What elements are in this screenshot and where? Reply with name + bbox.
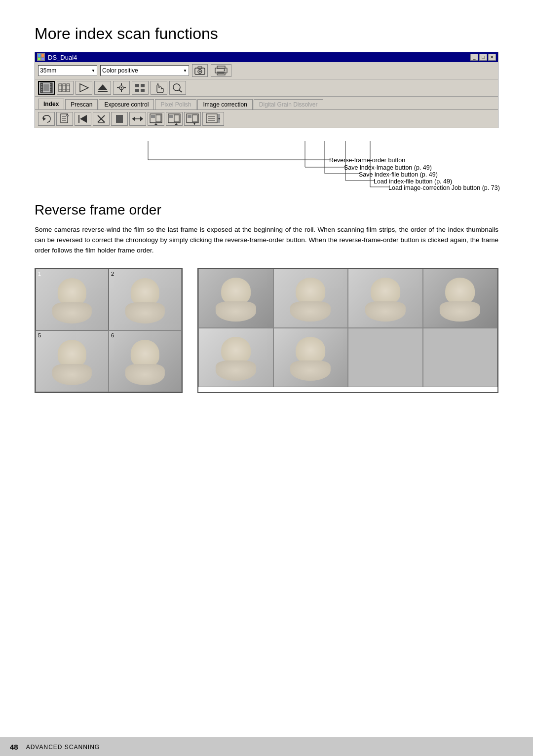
minimize-button[interactable]: _: [470, 54, 478, 61]
svg-rect-17: [41, 84, 42, 85]
callout-label-5: Load image-correction Job button (p. 73): [388, 184, 500, 191]
film-type-select[interactable]: 35mm ▼: [38, 65, 97, 76]
svg-point-13: [224, 70, 226, 71]
multiframe-icon-btn[interactable]: [57, 81, 74, 95]
svg-marker-71: [154, 124, 157, 125]
svg-rect-47: [141, 89, 145, 92]
window-title-text: DS_Dual4: [48, 54, 77, 61]
tab-pixelpolish[interactable]: Pixel Polish: [155, 99, 196, 109]
window-titlebar: DS_Dual4 _ □ ✕: [35, 52, 498, 62]
grid-cell-5: 5: [36, 330, 109, 392]
crop-btn[interactable]: [111, 112, 128, 126]
color-type-value: Color positive: [102, 67, 138, 74]
svg-rect-25: [43, 84, 49, 91]
callout-label-3: Save index-file button (p. 49): [359, 171, 438, 178]
svg-rect-62: [116, 115, 123, 123]
footer-page-number: 48: [10, 743, 18, 751]
save-index-file-btn[interactable]: [166, 112, 183, 126]
after-cell-3: 3: [423, 269, 498, 328]
hand-icon-btn[interactable]: [151, 81, 167, 95]
svg-rect-20: [41, 91, 42, 92]
callout-label-4: Load index-file button (p. 49): [374, 178, 452, 185]
color-type-select[interactable]: Color positive ▼: [100, 65, 189, 76]
tab-row: Index Prescan Exposure control Pixel Pol…: [35, 97, 498, 110]
body-text: Some cameras reverse-wind the film so th…: [35, 225, 498, 256]
svg-rect-45: [141, 84, 145, 87]
tab-graindissolver[interactable]: Digital Grain Dissolver: [254, 99, 323, 109]
eject-icon-btn[interactable]: [94, 81, 111, 95]
scanner-window: DS_Dual4 _ □ ✕ 35mm ▼ Color positive ▼: [35, 52, 498, 128]
zoom-icon-btn[interactable]: [169, 81, 186, 95]
camera-icon-btn[interactable]: [192, 64, 208, 77]
svg-rect-74: [174, 115, 179, 122]
cell-label-2: 2: [111, 271, 114, 277]
settings-icon-btn[interactable]: [113, 81, 130, 95]
image-comparison-area: 1 2 5 6: [35, 268, 498, 393]
printer-icon-btn[interactable]: [211, 64, 231, 77]
callout-label-2: Save index-image button (p. 49): [344, 164, 432, 171]
after-cell-1: 1: [273, 328, 348, 387]
svg-marker-64: [132, 116, 135, 121]
svg-rect-46: [135, 89, 139, 92]
svg-rect-37: [98, 91, 108, 92]
svg-rect-3: [41, 58, 44, 60]
tab-imagecorrection[interactable]: Image correction: [197, 99, 252, 109]
svg-rect-23: [51, 89, 52, 90]
svg-point-6: [199, 71, 201, 72]
svg-rect-21: [51, 84, 52, 85]
after-cell-4: 4: [348, 269, 423, 328]
after-cell-empty-2: [423, 328, 498, 387]
restore-button[interactable]: □: [479, 54, 487, 61]
callout-label-1: Reverse-frame-order button: [329, 157, 405, 164]
preview-icon-btn[interactable]: [76, 81, 92, 95]
svg-marker-51: [43, 117, 46, 121]
undo-btn[interactable]: [38, 112, 55, 126]
window-app-icon: [37, 53, 45, 61]
svg-rect-68: [156, 115, 161, 122]
svg-marker-83: [193, 123, 196, 124]
grid-cell-2: 2: [109, 269, 182, 330]
tab-prescan[interactable]: Prescan: [65, 99, 98, 109]
section-heading: Reverse frame order: [35, 202, 498, 218]
filmstrip-icon-btn[interactable]: [38, 81, 55, 95]
cell-label-1: 1: [38, 271, 41, 277]
svg-rect-22: [51, 86, 52, 88]
svg-rect-24: [51, 91, 52, 92]
swap-btn[interactable]: [129, 112, 146, 126]
svg-marker-36: [98, 84, 108, 90]
load-index-file-btn[interactable]: [184, 112, 201, 126]
svg-line-50: [179, 90, 182, 92]
after-cell-empty-1: [348, 328, 423, 387]
load-job-btn[interactable]: [202, 112, 224, 126]
close-button[interactable]: ✕: [488, 54, 496, 61]
callout-section: Reverse-frame-order button Save index-im…: [35, 140, 498, 194]
before-grid: 1 2 5 6: [35, 268, 183, 393]
after-cell-2: 2: [198, 328, 273, 387]
cell-label-6: 6: [111, 332, 114, 338]
svg-rect-28: [67, 84, 70, 92]
grid2x2-icon-btn[interactable]: [132, 81, 149, 95]
film-type-arrow: ▼: [91, 69, 95, 73]
footer-section-title: Advanced Scanning: [26, 743, 100, 751]
after-cell-5: 5: [273, 269, 348, 328]
film-type-value: 35mm: [40, 67, 56, 74]
svg-rect-80: [192, 115, 197, 122]
svg-rect-2: [38, 58, 40, 60]
save-index-image-btn[interactable]: [148, 112, 164, 126]
svg-rect-79: [188, 115, 191, 118]
grid-cell-1: 1: [36, 269, 109, 330]
tab-exposure[interactable]: Exposure control: [99, 99, 154, 109]
page-footer: 48 Advanced Scanning: [0, 737, 533, 756]
svg-rect-73: [169, 115, 173, 118]
reverse-frame-order-btn[interactable]: [75, 112, 91, 126]
window-title-left: DS_Dual4: [37, 53, 77, 61]
page-title: More index scan functions: [35, 25, 498, 43]
document-btn[interactable]: [56, 112, 73, 126]
svg-rect-44: [135, 84, 139, 87]
clear-btn[interactable]: [93, 112, 110, 126]
svg-marker-65: [140, 116, 143, 121]
svg-point-49: [173, 84, 180, 91]
after-grid: 6 5 4 3 2: [197, 268, 498, 393]
bottom-toolbar: [35, 110, 498, 128]
tab-index[interactable]: Index: [38, 99, 64, 109]
